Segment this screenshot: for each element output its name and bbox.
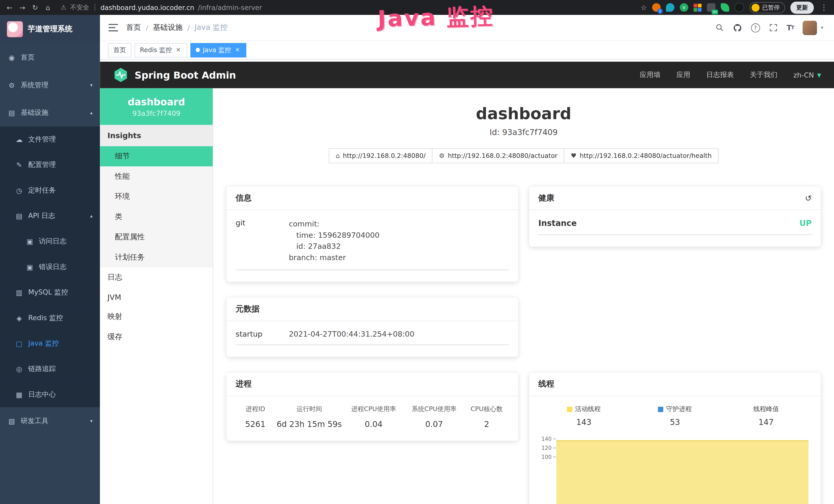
info-card: 信息 git commit: time: 1596289704000 id: 2… <box>226 187 518 282</box>
warning-icon: ⚠ <box>61 4 66 11</box>
log-center-icon: ▦ <box>15 391 23 398</box>
app-logo-row[interactable]: 芋道管理系统 <box>0 15 100 44</box>
sidebar-item-java-monitor[interactable]: ▢ Java 监控 <box>0 331 100 356</box>
address-divider <box>94 4 95 11</box>
extension-icon-2[interactable] <box>666 3 675 12</box>
sidebar-item-api-logs[interactable]: ▤ API 日志 ▴ <box>0 203 100 229</box>
info-row-label: git <box>236 219 289 263</box>
active-threads-area <box>556 440 809 504</box>
sba-nav-journal[interactable]: 日志报表 <box>706 70 734 79</box>
y-tick: 100 <box>539 455 556 464</box>
sba-nav-about[interactable]: 关于我们 <box>750 70 777 79</box>
health-row-instance: Instance UP <box>539 219 812 235</box>
profile-paused-badge[interactable]: 已暂停 <box>749 2 785 13</box>
sba-nav-details[interactable]: 细节 <box>100 146 213 166</box>
sba-nav-mappings[interactable]: 映射 <box>100 307 213 327</box>
browser-menu-icon[interactable]: ⋮ <box>819 3 829 12</box>
close-icon[interactable]: × <box>234 46 241 54</box>
sidebar-item-infrastructure[interactable]: ▤ 基础设施 ▴ <box>0 99 100 127</box>
extension-icon-4[interactable]: on <box>707 3 715 12</box>
sidebar-item-dev-tools[interactable]: ▧ 研发工具 ▾ <box>0 407 100 435</box>
sidebar-item-system-management[interactable]: ⚙ 系统管理 ▾ <box>0 71 100 99</box>
address-bar[interactable]: ⚠ 不安全 dashboard.yudao.iocoder.cn/infra/a… <box>61 3 262 12</box>
font-size-icon[interactable]: TT <box>787 23 794 32</box>
sidebar-item-redis-monitor[interactable]: ◈ Redis 监控 <box>0 305 100 331</box>
extension-icon-5[interactable] <box>734 3 744 12</box>
history-icon[interactable]: ↺ <box>805 193 812 203</box>
threads-legend: 活动线程 143 守护进程 <box>539 405 812 427</box>
extension-icon-1[interactable]: 1 <box>652 3 661 12</box>
health-url-link[interactable]: ♥ http://192.168.0.2:48080/actuator/heal… <box>564 148 719 163</box>
sba-nav-applications[interactable]: 应用 <box>677 70 690 79</box>
system-cpu-value: 0.07 <box>404 419 464 429</box>
github-icon[interactable] <box>733 23 742 32</box>
sidebar-item-file-management[interactable]: ☁ 文件管理 <box>0 127 100 152</box>
chrome-update-button[interactable]: 更新 <box>790 1 814 14</box>
url-domain: dashboard.yudao.iocoder.cn <box>101 3 194 11</box>
dashboard-icon: ◉ <box>7 53 16 61</box>
health-icon: ♥ <box>571 152 576 159</box>
sba-nav-performance[interactable]: 性能 <box>100 166 213 187</box>
sidebar-item-home[interactable]: ◉ 首页 <box>0 44 100 71</box>
sba-header: Spring Boot Admin 应用墙 应用 日志报表 关于我们 zh-CN… <box>100 62 834 88</box>
sba-nav-jvm[interactable]: JVM <box>100 288 213 307</box>
sidebar-item-scheduled-tasks[interactable]: ◷ 定时任务 <box>0 178 100 203</box>
reload-button[interactable]: ↻ <box>29 3 42 11</box>
sba-instance-header[interactable]: dashboard 93a3fc7f7409 <box>100 88 213 125</box>
bookmark-star-icon[interactable]: ☆ <box>641 3 647 11</box>
spring-boot-admin: Spring Boot Admin 应用墙 应用 日志报表 关于我们 zh-CN… <box>100 62 834 504</box>
forward-button[interactable]: → <box>16 3 29 11</box>
tab-home[interactable]: 首页 <box>108 43 131 57</box>
sba-brand-title: Spring Boot Admin <box>135 69 236 81</box>
close-icon[interactable]: × <box>175 46 182 54</box>
extension-grid-icon[interactable] <box>694 3 701 11</box>
breadcrumb-home[interactable]: 首页 <box>126 23 141 32</box>
cards-grid: 信息 git commit: time: 1596289704000 id: 2… <box>226 187 821 504</box>
metadata-card-title: 元数据 <box>226 298 518 321</box>
sidebar-item-error-logs[interactable]: ▣ 错误日志 <box>0 254 100 280</box>
legend-daemon-threads: 守护进程 53 <box>629 405 721 427</box>
git-time-line: time: 1596289704000 <box>289 230 379 241</box>
database-icon: ▥ <box>15 288 23 296</box>
sidebar-item-tracing[interactable]: ◎ 链路追踪 <box>0 356 100 382</box>
extension-badge: 1 <box>658 8 663 14</box>
daemon-threads-value: 53 <box>629 417 721 427</box>
sba-nav-wall[interactable]: 应用墙 <box>640 70 661 79</box>
threads-chart: 140 120 100 <box>539 436 812 504</box>
actuator-url-link[interactable]: ⚙ http://192.168.0.2:48080/actuator <box>432 148 564 163</box>
sidebar-item-config-management[interactable]: ✎ 配置管理 <box>0 152 100 177</box>
extension-leaf-icon[interactable] <box>721 3 729 12</box>
sba-nav-scheduled-tasks[interactable]: 计划任务 <box>100 247 213 268</box>
chart-y-axis: 140 120 100 <box>539 436 556 504</box>
chart-plot-area <box>556 436 812 504</box>
sidebar-item-log-center[interactable]: ▦ 日志中心 <box>0 382 100 407</box>
sba-nav-classes[interactable]: 类 <box>100 207 213 227</box>
active-threads-value: 143 <box>539 417 630 427</box>
sba-nav-logs[interactable]: 日志 <box>100 268 213 288</box>
monitor-icon: ▢ <box>15 339 23 347</box>
sba-locale-select[interactable]: zh-CN ▼ <box>793 71 821 79</box>
peak-threads-value: 147 <box>721 417 812 427</box>
home-button[interactable]: ⌂ <box>42 3 54 11</box>
sidebar-item-access-logs[interactable]: ▣ 访问日志 <box>0 229 100 254</box>
breadcrumb-section[interactable]: 基础设施 <box>153 23 183 32</box>
user-avatar[interactable] <box>803 21 817 35</box>
chevron-down-icon: ▾ <box>90 83 92 88</box>
process-card-title: 进程 <box>226 373 518 396</box>
tab-redis-monitor[interactable]: Redis 监控 × <box>135 43 187 57</box>
service-url-link[interactable]: ⌂ http://192.168.0.2:48080/ <box>329 148 433 163</box>
sidebar-item-mysql-monitor[interactable]: ▥ MySQL 监控 <box>0 280 100 305</box>
tab-java-monitor[interactable]: Java 监控 × <box>191 43 247 57</box>
sba-nav-config-props[interactable]: 配置属性 <box>100 227 213 247</box>
sba-nav-environment[interactable]: 环境 <box>100 187 213 207</box>
info-row-git: git commit: time: 1596289704000 id: 27aa… <box>236 219 509 270</box>
toolbox-icon: ▧ <box>7 417 16 425</box>
back-button[interactable]: ← <box>3 3 16 11</box>
fullscreen-icon[interactable] <box>769 23 777 32</box>
help-icon[interactable]: ? <box>751 23 760 32</box>
chevron-up-icon: ▴ <box>90 213 92 219</box>
sba-nav-caches[interactable]: 缓存 <box>100 327 213 347</box>
hamburger-icon[interactable] <box>108 24 118 31</box>
search-icon[interactable] <box>715 23 724 32</box>
extension-icon-3[interactable]: v <box>680 3 688 12</box>
